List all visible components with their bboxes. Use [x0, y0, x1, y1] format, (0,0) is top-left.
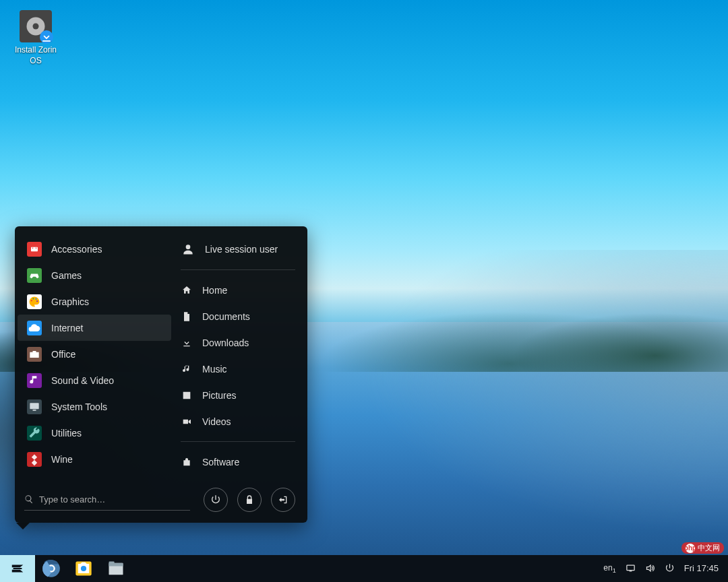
- clock[interactable]: Fri 17:45: [684, 563, 719, 573]
- svg-point-5: [31, 300, 32, 301]
- download-badge-icon: [40, 30, 53, 44]
- svg-rect-20: [627, 566, 634, 571]
- category-label: Wine: [51, 454, 73, 465]
- power-icon: [665, 563, 675, 573]
- svg-point-7: [35, 298, 36, 299]
- user-indicator[interactable]: Live session user: [171, 236, 305, 263]
- category-sound-video[interactable]: Sound & Video: [18, 367, 171, 393]
- category-label: System Tools: [51, 401, 107, 412]
- place-documents[interactable]: Documents: [171, 303, 305, 329]
- category-system-tools[interactable]: System Tools: [18, 393, 171, 420]
- place-label: Documents: [202, 311, 250, 322]
- files-icon: [107, 559, 125, 578]
- separator: [181, 441, 295, 442]
- category-games[interactable]: Games: [18, 262, 171, 288]
- gamepad-icon: [27, 268, 42, 283]
- svg-point-1: [33, 24, 39, 30]
- keyboard-layout-indicator[interactable]: en1: [603, 563, 615, 574]
- place-home[interactable]: Home: [171, 277, 305, 303]
- user-name: Live session user: [205, 244, 278, 255]
- power-icon: [210, 494, 221, 505]
- wrench-icon: [27, 426, 42, 441]
- place-label: Videos: [202, 416, 231, 427]
- zorin-logo-icon: [10, 561, 25, 576]
- start-menu: Accessories Games Graphics Internet Offi…: [15, 226, 307, 523]
- logout-button[interactable]: [271, 488, 295, 512]
- place-label: Pictures: [202, 390, 237, 401]
- power-menu[interactable]: [665, 563, 675, 573]
- watermark-prefix: php: [686, 544, 695, 553]
- category-office[interactable]: Office: [18, 341, 171, 367]
- svg-point-11: [186, 245, 191, 249]
- category-utilities[interactable]: Utilities: [18, 420, 171, 446]
- category-accessories[interactable]: Accessories: [18, 236, 171, 262]
- svg-point-16: [81, 566, 86, 571]
- category-internet[interactable]: Internet: [18, 315, 171, 341]
- wine-icon: [27, 452, 42, 467]
- power-button[interactable]: [204, 488, 228, 512]
- lock-icon: [244, 494, 255, 505]
- volume-icon: [645, 563, 655, 573]
- file-icon: [181, 309, 193, 324]
- cloud-icon: [27, 321, 42, 335]
- network-indicator[interactable]: [626, 563, 636, 573]
- svg-point-3: [32, 247, 34, 249]
- watermark: php 中文网: [681, 542, 724, 554]
- desktop-icon-install-zorin[interactable]: Install Zorin OS: [12, 10, 59, 66]
- svg-point-4: [36, 247, 37, 249]
- category-label: Sound & Video: [51, 375, 114, 386]
- category-label: Internet: [51, 323, 83, 333]
- home-icon: [181, 283, 193, 298]
- display-icon: [626, 563, 636, 573]
- camera-app-icon: [74, 559, 93, 578]
- system-label: Software: [202, 457, 239, 467]
- note-icon: [181, 362, 193, 377]
- category-graphics[interactable]: Graphics: [18, 288, 171, 315]
- lock-button[interactable]: [237, 488, 262, 512]
- image-icon: [181, 388, 193, 403]
- category-label: Office: [51, 349, 75, 360]
- launcher-files[interactable]: [107, 559, 125, 578]
- volume-indicator[interactable]: [645, 563, 655, 573]
- watermark-text: 中文网: [698, 543, 720, 553]
- svg-rect-2: [31, 247, 38, 251]
- place-videos[interactable]: Videos: [171, 408, 305, 434]
- desktop-wallpaper[interactable]: Install Zorin OS Accessories Games Graph…: [0, 0, 728, 555]
- system-settings[interactable]: Settings: [171, 475, 305, 481]
- start-button[interactable]: [0, 555, 35, 582]
- place-downloads[interactable]: Downloads: [171, 329, 305, 356]
- category-wine[interactable]: Wine: [18, 446, 171, 472]
- svg-rect-21: [629, 571, 632, 572]
- music-note-icon: [27, 373, 42, 388]
- svg-rect-19: [109, 562, 115, 564]
- start-menu-footer: Type to search…: [15, 481, 307, 517]
- download-icon: [181, 335, 193, 350]
- installer-icon: [20, 10, 52, 42]
- place-pictures[interactable]: Pictures: [171, 382, 305, 408]
- camcorder-icon: [181, 414, 193, 429]
- category-label: Accessories: [51, 244, 102, 255]
- svg-rect-9: [30, 403, 38, 409]
- search-input[interactable]: Type to search…: [24, 489, 190, 511]
- palette-icon: [27, 294, 42, 309]
- start-menu-categories: Accessories Games Graphics Internet Offi…: [15, 236, 171, 481]
- place-label: Downloads: [202, 337, 249, 348]
- category-label: Utilities: [51, 428, 82, 439]
- svg-point-6: [32, 298, 34, 299]
- taskbar: en1 Fri 17:45: [0, 555, 728, 582]
- svg-rect-10: [33, 410, 36, 411]
- bag-icon: [181, 455, 193, 470]
- search-placeholder: Type to search…: [39, 494, 105, 505]
- briefcase-icon: [27, 347, 42, 362]
- place-music[interactable]: Music: [171, 356, 305, 382]
- system-software[interactable]: Software: [171, 449, 305, 475]
- category-label: Graphics: [51, 296, 89, 307]
- start-menu-places: Live session user Home Documents Downloa…: [171, 236, 307, 481]
- chromium-icon: [42, 559, 61, 578]
- svg-point-8: [36, 300, 38, 302]
- launcher-camera[interactable]: [74, 559, 93, 578]
- category-label: Games: [51, 270, 82, 281]
- monitor-icon: [27, 399, 42, 414]
- launcher-chromium[interactable]: [42, 559, 61, 578]
- separator: [181, 269, 295, 270]
